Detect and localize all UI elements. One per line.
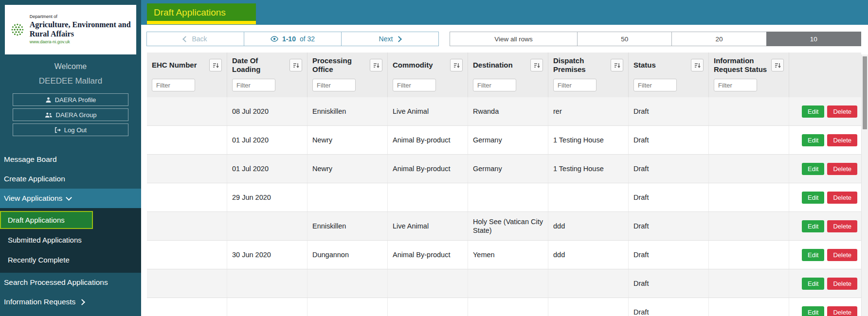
- vertical-scrollbar[interactable]: [861, 54, 868, 316]
- delete-button[interactable]: Delete: [827, 249, 857, 261]
- edit-button[interactable]: Edit: [802, 278, 824, 290]
- pager-nav-group: Back 1-10 of 32 Next: [147, 32, 439, 46]
- sidebar-nav: Message Board Create Application View Ap…: [0, 150, 141, 312]
- cell-date-of-loading: 08 Jul 2020: [227, 97, 307, 125]
- filter-input-dispatch-premises[interactable]: [553, 79, 597, 91]
- cell-dispatch-premises: [548, 183, 629, 211]
- cell-dispatch-premises: 1 Testing House: [548, 155, 629, 183]
- page-size-20[interactable]: 20: [671, 32, 766, 46]
- delete-button[interactable]: Delete: [827, 134, 857, 146]
- edit-button[interactable]: Edit: [802, 220, 824, 232]
- sort-icon: [775, 62, 781, 69]
- sidebar-item-information-requests[interactable]: Information Requests: [0, 292, 141, 312]
- sidebar-item-message-board[interactable]: Message Board: [0, 150, 141, 169]
- next-button[interactable]: Next: [341, 32, 439, 46]
- column-header-information-request-status: Information Request Status: [709, 53, 789, 78]
- delete-button[interactable]: Delete: [827, 220, 857, 232]
- column-header-status: Status: [629, 53, 709, 78]
- table-row: 08 Jul 2020EnniskillenLive AnimalRwandar…: [147, 97, 861, 126]
- draft-applications-label: Draft Applications: [8, 216, 65, 224]
- page-size-10[interactable]: 10: [766, 32, 861, 46]
- cell-processing-office: [307, 183, 388, 211]
- sort-button[interactable]: [209, 59, 222, 71]
- sort-button[interactable]: [450, 59, 463, 71]
- cell-destination: [468, 298, 548, 316]
- delete-button[interactable]: Delete: [827, 105, 857, 118]
- cell-ehc-number: [147, 183, 227, 211]
- column-label: Commodity: [393, 61, 433, 70]
- edit-button[interactable]: Edit: [802, 105, 824, 118]
- filter-cell-date-of-loading: [227, 78, 307, 97]
- cell-destination: [468, 269, 548, 298]
- sidebar-item-view-applications[interactable]: View Applications: [0, 189, 141, 208]
- delete-button[interactable]: Delete: [827, 278, 857, 290]
- delete-button[interactable]: Delete: [827, 192, 857, 204]
- sidebar-item-search-processed-applications[interactable]: Search Processed Applications: [0, 273, 141, 292]
- table-row: 29 Jun 2020DraftEditDelete: [147, 183, 861, 212]
- filter-input-destination[interactable]: [473, 79, 516, 91]
- sidebar-item-recently-complete[interactable]: Recently Complete: [0, 250, 141, 270]
- cell-commodity: Live Animal: [388, 212, 468, 240]
- row-actions: EditDelete: [789, 298, 861, 316]
- edit-button[interactable]: Edit: [802, 192, 824, 204]
- cell-status: Draft: [629, 97, 709, 125]
- recently-complete-label: Recently Complete: [8, 256, 70, 264]
- daera-group-button[interactable]: DAERA Group: [13, 108, 128, 121]
- row-actions: EditDelete: [789, 269, 861, 298]
- scrollbar-thumb[interactable]: [863, 56, 867, 129]
- filter-input-information-request-status[interactable]: [714, 79, 757, 91]
- next-label: Next: [379, 35, 393, 43]
- cell-ehc-number: [147, 97, 227, 125]
- sort-button[interactable]: [691, 59, 704, 71]
- cell-ehc-number: [147, 298, 227, 316]
- table-header-row: EHC NumberDate Of LoadingProcessing Offi…: [147, 53, 861, 78]
- delete-button[interactable]: Delete: [827, 306, 857, 316]
- daera-profile-button[interactable]: DAERA Profile: [13, 93, 128, 106]
- logo-url: www.daera-ni.gov.uk: [30, 40, 131, 45]
- filter-input-ehc-number[interactable]: [152, 79, 195, 91]
- sort-button[interactable]: [611, 59, 623, 71]
- column-header-commodity: Commodity: [388, 53, 468, 78]
- back-button[interactable]: Back: [146, 32, 244, 46]
- daera-profile-label: DAERA Profile: [55, 96, 96, 104]
- cell-commodity: [388, 298, 468, 316]
- edit-button[interactable]: Edit: [802, 249, 824, 261]
- page-size-50[interactable]: 50: [577, 32, 672, 46]
- column-label: Information Request Status: [714, 56, 768, 74]
- table-head: EHC NumberDate Of LoadingProcessing Offi…: [147, 53, 861, 97]
- edit-button[interactable]: Edit: [802, 306, 824, 316]
- cell-processing-office: Dungannon: [307, 241, 388, 269]
- sort-button[interactable]: [771, 59, 784, 71]
- eye-icon: [271, 36, 278, 42]
- users-icon: [45, 112, 53, 118]
- cell-status: Draft: [629, 241, 709, 269]
- sidebar-item-create-application[interactable]: Create Application: [0, 169, 141, 189]
- filter-input-status[interactable]: [633, 79, 677, 91]
- sort-button[interactable]: [289, 59, 302, 71]
- page-size-all[interactable]: View all rows: [450, 32, 578, 46]
- sidebar-item-submitted-applications[interactable]: Submitted Applications: [0, 230, 141, 250]
- edit-button[interactable]: Edit: [802, 163, 824, 175]
- sort-icon: [534, 62, 540, 69]
- filter-input-processing-office[interactable]: [312, 79, 356, 91]
- sort-button[interactable]: [530, 59, 543, 71]
- cell-date-of-loading: 01 Jul 2020: [227, 155, 307, 183]
- cell-status: Draft: [629, 126, 709, 154]
- sort-icon: [293, 62, 299, 69]
- cell-ehc-number: [147, 241, 227, 269]
- create-application-label: Create Application: [4, 175, 65, 183]
- log-out-button[interactable]: Log Out: [13, 123, 128, 136]
- cell-date-of-loading: [227, 298, 307, 316]
- cell-processing-office: [307, 298, 388, 316]
- view-applications-submenu: Draft Applications Submitted Application…: [0, 208, 141, 273]
- filter-input-commodity[interactable]: [393, 79, 436, 91]
- delete-button[interactable]: Delete: [827, 163, 857, 175]
- cell-ehc-number: [147, 269, 227, 298]
- sidebar-item-draft-applications[interactable]: Draft Applications: [0, 211, 93, 229]
- sort-button[interactable]: [370, 59, 382, 71]
- table-row: DraftEditDelete: [147, 269, 861, 298]
- row-actions: EditDelete: [789, 212, 861, 240]
- filter-input-date-of-loading[interactable]: [232, 79, 275, 91]
- column-header-destination: Destination: [468, 53, 548, 78]
- edit-button[interactable]: Edit: [802, 134, 824, 146]
